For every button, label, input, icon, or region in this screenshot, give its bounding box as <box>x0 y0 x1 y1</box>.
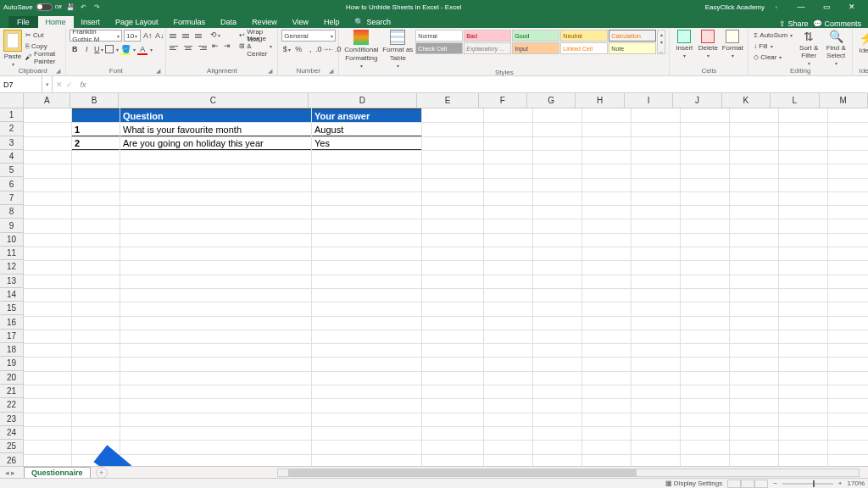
style-good[interactable]: Good <box>512 30 559 42</box>
sort-filter-button[interactable]: ⇅Sort & Filter▾ <box>796 30 821 66</box>
column-header[interactable]: D <box>309 93 418 108</box>
row-header[interactable]: 9 <box>0 219 23 232</box>
row-header[interactable]: 6 <box>0 177 23 191</box>
increase-font-icon[interactable]: A↑ <box>142 30 153 41</box>
accounting-format-button[interactable]: $▾ <box>281 44 292 54</box>
row-header[interactable]: 26 <box>0 453 23 466</box>
row-header[interactable]: 25 <box>0 440 23 453</box>
row-header[interactable]: 8 <box>0 205 23 219</box>
style-check-cell[interactable]: Check Cell <box>415 42 463 54</box>
normal-view-button[interactable] <box>727 480 741 488</box>
cell-question[interactable]: What is your favourite month <box>120 123 312 136</box>
sheet-tab-questionnaire[interactable]: Questionnaire <box>24 467 91 478</box>
delete-cells-button[interactable]: Delete▾ <box>697 30 719 58</box>
cell-question[interactable]: Are you going on holiday this year <box>120 136 312 150</box>
number-format-select[interactable]: General▾ <box>281 30 336 42</box>
comma-button[interactable]: , <box>305 44 315 54</box>
file-tab[interactable]: File <box>8 16 38 28</box>
style-linked-cell[interactable]: Linked Cell <box>560 42 608 54</box>
undo-icon[interactable]: ↶ <box>79 2 89 12</box>
align-right-button[interactable] <box>195 42 207 53</box>
column-header[interactable]: C <box>119 93 309 108</box>
row-header[interactable]: 2 <box>0 122 23 136</box>
tab-data[interactable]: Data <box>213 16 244 28</box>
horizontal-scrollbar[interactable] <box>277 469 860 477</box>
tab-page-layout[interactable]: Page Layout <box>108 16 166 28</box>
tab-help[interactable]: Help <box>316 16 348 28</box>
row-header[interactable]: 15 <box>0 302 23 315</box>
font-size-select[interactable]: 10▾ <box>124 30 141 42</box>
style-explanatory[interactable]: Explanatory ... <box>464 42 511 54</box>
increase-decimal-button[interactable]: .0→ <box>317 44 327 54</box>
page-break-view-button[interactable] <box>754 480 768 488</box>
zoom-slider[interactable] <box>782 483 833 485</box>
row-header[interactable]: 21 <box>0 385 23 398</box>
worksheet-grid[interactable]: ABCDEFGHIJKLM 12345678910111213141516171… <box>0 93 868 466</box>
table-header-answer[interactable]: Your answer <box>312 109 422 123</box>
cell-styles-gallery[interactable]: Normal Bad Good Neutral Calculation Chec… <box>415 30 656 54</box>
fill-color-button[interactable]: 🪣 <box>120 44 131 54</box>
border-button[interactable] <box>105 45 114 53</box>
format-cells-button[interactable]: Format▾ <box>721 30 744 58</box>
save-icon[interactable]: 💾 <box>65 2 75 12</box>
column-header[interactable]: J <box>673 93 721 108</box>
tab-insert[interactable]: Insert <box>74 16 108 28</box>
row-header[interactable]: 4 <box>0 150 23 164</box>
align-top-button[interactable] <box>170 30 181 41</box>
autosave-toggle[interactable]: AutoSave Off <box>3 3 62 11</box>
share-button[interactable]: ⇪Share <box>779 19 808 28</box>
dialog-launcher-icon[interactable]: ◢ <box>329 68 333 75</box>
conditional-formatting-button[interactable]: ConditionalFormatting▾ <box>342 30 380 69</box>
account-name[interactable]: EasyClick Academy <box>705 3 765 11</box>
orientation-button[interactable]: ⟲▾ <box>210 30 220 40</box>
sheet-nav-last-icon[interactable]: ▸ <box>11 469 15 477</box>
style-neutral[interactable]: Neutral <box>560 30 608 42</box>
maximize-button[interactable]: ▭ <box>814 0 839 14</box>
styles-more-button[interactable]: ▴▾⎯ <box>657 30 665 54</box>
insert-cells-button[interactable]: Insert▾ <box>673 30 695 58</box>
table-header-question[interactable]: Question <box>120 109 312 123</box>
ideas-button[interactable]: ⚡Ideas <box>856 30 868 54</box>
row-header[interactable]: 19 <box>0 357 23 370</box>
column-header[interactable]: H <box>576 93 624 108</box>
percent-button[interactable]: % <box>293 44 303 54</box>
zoom-out-button[interactable]: − <box>773 480 777 487</box>
close-button[interactable]: ✕ <box>839 0 865 14</box>
style-note[interactable]: Note <box>609 42 656 54</box>
merge-center-button[interactable]: ⊞Merge & Center▾ <box>237 41 274 52</box>
column-header[interactable]: I <box>625 93 673 108</box>
style-bad[interactable]: Bad <box>464 30 511 42</box>
italic-button[interactable]: I <box>81 44 92 54</box>
name-box-dropdown[interactable]: ▾ <box>42 76 53 92</box>
style-input[interactable]: Input <box>512 42 559 54</box>
row-header[interactable]: 11 <box>0 247 23 260</box>
cell-answer[interactable]: Yes <box>312 136 422 150</box>
column-header[interactable]: F <box>479 93 527 108</box>
row-header[interactable]: 17 <box>0 330 23 343</box>
column-header[interactable]: L <box>771 93 819 108</box>
decrease-font-icon[interactable]: A↓ <box>154 30 164 41</box>
align-center-button[interactable] <box>182 42 194 53</box>
column-header[interactable]: M <box>820 93 868 108</box>
zoom-in-button[interactable]: + <box>838 480 843 487</box>
autosum-button[interactable]: ΣAutoSum▾ <box>752 30 794 41</box>
find-select-button[interactable]: 🔍Find & Select▾ <box>823 30 849 66</box>
style-calculation[interactable]: Calculation <box>609 30 656 42</box>
decrease-indent-button[interactable]: ⇤ <box>210 41 220 51</box>
format-painter-button[interactable]: 🖌Format Painter <box>24 52 62 63</box>
row-header[interactable]: 18 <box>0 343 23 357</box>
cell-number[interactable]: 1 <box>72 123 120 136</box>
enter-icon[interactable]: ✓ <box>66 80 73 89</box>
cell-answer[interactable]: August <box>312 123 422 136</box>
column-header[interactable]: K <box>722 93 771 108</box>
dialog-launcher-icon[interactable]: ◢ <box>268 68 272 75</box>
dialog-launcher-icon[interactable]: ◢ <box>56 68 60 75</box>
select-all-button[interactable] <box>0 93 24 108</box>
tab-view[interactable]: View <box>285 16 316 28</box>
align-left-button[interactable] <box>170 42 181 53</box>
row-header[interactable]: 22 <box>0 398 23 412</box>
style-normal[interactable]: Normal <box>415 30 463 42</box>
row-header[interactable]: 14 <box>0 288 23 302</box>
tab-review[interactable]: Review <box>244 16 285 28</box>
comments-button[interactable]: 💬Comments <box>813 19 861 28</box>
